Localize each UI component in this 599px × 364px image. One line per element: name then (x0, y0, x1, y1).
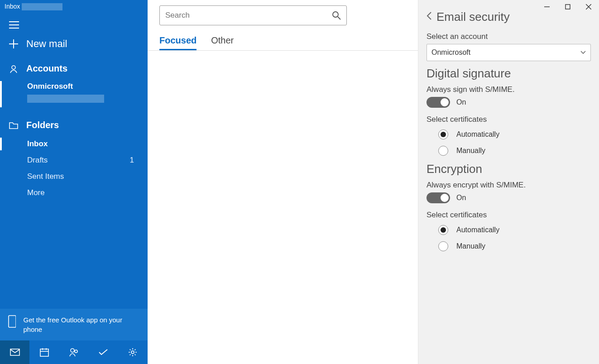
people-icon (69, 348, 79, 357)
svg-point-5 (12, 66, 15, 69)
encrypt-cert-manual-label: Manually (456, 242, 485, 250)
radio-icon (438, 129, 448, 139)
folders-header[interactable]: Folders (0, 115, 148, 136)
phone-icon (8, 315, 16, 328)
content-area: Focused Other (148, 0, 418, 364)
hamburger-icon (9, 21, 19, 29)
bottom-nav (0, 340, 148, 364)
encrypt-cert-auto-label: Automatically (456, 226, 499, 234)
select-account-label: Select an account (426, 32, 591, 41)
encrypt-toggle-state: On (456, 194, 466, 202)
svg-rect-7 (10, 349, 19, 355)
back-button[interactable] (426, 12, 432, 22)
encryption-heading: Encryption (426, 162, 591, 176)
todo-nav-button[interactable] (89, 340, 118, 364)
encrypt-toggle[interactable] (426, 192, 450, 203)
svg-point-12 (71, 349, 74, 352)
promo-text: Get the free Outlook app on your phone (23, 315, 139, 334)
inbox-tabs: Focused Other (148, 25, 418, 51)
svg-line-16 (338, 17, 340, 19)
sign-toggle[interactable] (426, 97, 450, 108)
encrypt-cert-auto[interactable]: Automatically (438, 225, 591, 235)
window-title: Inbox (0, 0, 148, 15)
folder-drafts-label: Drafts (27, 156, 48, 165)
window-title-text: Inbox (5, 3, 20, 10)
calendar-nav-button[interactable] (29, 340, 59, 364)
window-controls (537, 0, 599, 15)
always-encrypt-label: Always encrypt with S/MIME. (426, 181, 591, 190)
sign-cert-manual[interactable]: Manually (438, 146, 591, 156)
maximize-button[interactable] (557, 0, 578, 14)
mail-nav-button[interactable] (0, 340, 29, 364)
user-icon (9, 64, 18, 73)
account-select-value: Onmicrosoft (431, 48, 470, 57)
encrypt-select-certs-label: Select certificates (426, 211, 591, 220)
people-nav-button[interactable] (59, 340, 88, 364)
sidebar: Inbox New mail Accounts Onmicrosoft Fold… (0, 0, 148, 364)
svg-rect-6 (9, 316, 16, 327)
encrypt-cert-manual[interactable]: Manually (438, 241, 591, 251)
new-mail-label: New mail (26, 38, 67, 50)
folder-more[interactable]: More (0, 185, 148, 201)
svg-rect-8 (40, 349, 48, 356)
check-icon (98, 348, 108, 356)
panel-title: Email security (436, 10, 510, 24)
radio-icon (438, 225, 448, 235)
settings-nav-button[interactable] (118, 340, 148, 364)
folder-inbox[interactable]: Inbox (0, 136, 148, 152)
sign-toggle-state: On (456, 98, 466, 106)
accounts-header[interactable]: Accounts (0, 58, 148, 79)
outlook-app-promo[interactable]: Get the free Outlook app on your phone (0, 309, 148, 340)
gear-icon (128, 348, 137, 357)
sign-select-certs-label: Select certificates (426, 115, 591, 124)
new-mail-button[interactable]: New mail (0, 32, 148, 58)
mail-icon (10, 349, 20, 356)
folder-icon (9, 121, 18, 129)
tab-focused[interactable]: Focused (159, 35, 196, 50)
account-select[interactable]: Onmicrosoft (426, 44, 591, 61)
svg-point-14 (131, 351, 134, 354)
redacted-title (22, 3, 62, 10)
close-button[interactable] (578, 0, 599, 14)
chevron-left-icon (426, 12, 432, 20)
active-indicator (0, 81, 2, 107)
sign-cert-manual-label: Manually (456, 147, 485, 155)
folder-more-label: More (27, 188, 45, 197)
plus-icon (9, 39, 18, 48)
account-item[interactable]: Onmicrosoft (0, 79, 148, 94)
search-box[interactable] (159, 5, 347, 25)
radio-icon (438, 146, 448, 156)
search-icon (332, 11, 341, 20)
calendar-icon (40, 348, 49, 357)
menu-toggle-button[interactable] (0, 15, 148, 32)
sign-cert-auto-label: Automatically (456, 130, 499, 139)
account-name: Onmicrosoft (27, 82, 73, 91)
minimize-button[interactable] (537, 0, 557, 14)
sign-cert-auto[interactable]: Automatically (438, 129, 591, 139)
radio-icon (438, 241, 448, 251)
search-input[interactable] (165, 11, 332, 20)
always-sign-label: Always sign with S/MIME. (426, 85, 591, 94)
folder-sent-label: Sent Items (27, 172, 64, 181)
settings-panel: Email security Select an account Onmicro… (418, 0, 599, 364)
chevron-down-icon (580, 51, 586, 54)
tab-other[interactable]: Other (211, 35, 234, 50)
folder-drafts-count: 1 (130, 156, 134, 165)
folders-label: Folders (26, 120, 59, 130)
svg-rect-18 (565, 5, 570, 9)
digital-signature-heading: Digital signature (426, 67, 591, 81)
svg-point-15 (333, 12, 338, 17)
folder-inbox-label: Inbox (27, 139, 48, 148)
folder-drafts[interactable]: Drafts 1 (0, 152, 148, 168)
account-email-redacted (0, 94, 148, 109)
folder-sent[interactable]: Sent Items (0, 168, 148, 185)
svg-point-13 (75, 350, 77, 353)
accounts-label: Accounts (26, 63, 67, 74)
